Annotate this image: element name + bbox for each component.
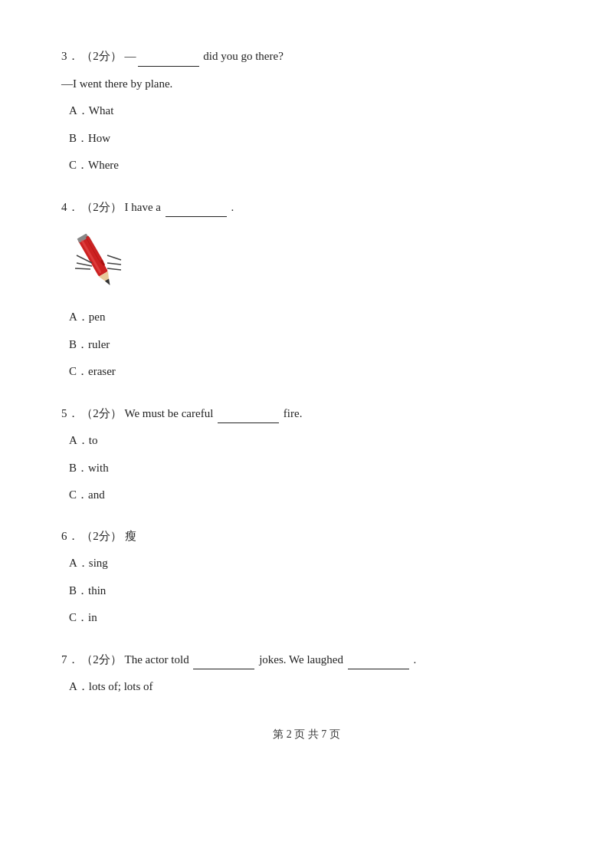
question-4: 4． （2分） I have a . — [61, 197, 552, 382]
q4-blank — [166, 197, 227, 218]
q4-option-b: B．ruler — [61, 335, 552, 355]
q7-question-text: 7． （2分） The actor told jokes. We laughed… — [61, 649, 552, 670]
q3-sub-text: —I went there by plane. — [61, 74, 552, 94]
q7-option-a: A．lots of; lots of — [61, 677, 552, 697]
q3-text-before: — — [125, 50, 136, 62]
q6-option-b: B．thin — [61, 581, 552, 601]
q7-text-end: . — [413, 653, 416, 666]
q3-number: 3． — [61, 50, 79, 62]
q6-number: 6． — [61, 530, 79, 542]
q5-text-after: fire. — [284, 407, 303, 419]
question-7: 7． （2分） The actor told jokes. We laughed… — [61, 649, 552, 697]
q4-number: 4． — [61, 201, 79, 213]
q3-option-b: B．How — [61, 129, 552, 149]
q6-option-a: A．sing — [61, 554, 552, 574]
q4-text-before: I have a — [125, 201, 161, 213]
q6-option-c: C．in — [61, 608, 552, 628]
q3-option-a: A．What — [61, 101, 552, 121]
q4-points: （2分） — [81, 201, 122, 213]
footer-text: 第 2 页 共 7 页 — [273, 728, 340, 740]
q5-question-text: 5． （2分） We must be careful fire. — [61, 403, 552, 424]
q7-text-mid: jokes. We laughed — [259, 653, 343, 666]
svg-line-12 — [107, 268, 121, 270]
q6-points: （2分） — [81, 530, 122, 542]
q5-blank — [218, 403, 279, 424]
q7-text-before: The actor told — [125, 653, 189, 666]
q7-number: 7． — [61, 653, 79, 666]
svg-line-11 — [75, 268, 90, 269]
q5-option-b: B．with — [61, 459, 552, 478]
q4-question-text: 4． （2分） I have a . — [61, 197, 552, 218]
q7-points: （2分） — [81, 653, 122, 666]
question-3: 3． （2分） — did you go there? —I went ther… — [61, 46, 552, 176]
q6-question-text: 6． （2分） 瘦 — [61, 527, 552, 547]
q7-blank1 — [193, 649, 254, 670]
q7-blank2 — [348, 649, 409, 670]
q5-points: （2分） — [81, 407, 122, 419]
q3-option-c: C．Where — [61, 156, 552, 176]
svg-line-9 — [107, 255, 121, 260]
q5-number: 5． — [61, 407, 79, 419]
q3-question-text: 3． （2分） — did you go there? — [61, 46, 552, 67]
q4-image-area — [69, 226, 552, 298]
q3-text-after: did you go there? — [203, 50, 284, 62]
svg-line-10 — [107, 263, 121, 265]
q4-text-after: . — [231, 201, 234, 213]
q3-points: （2分） — [81, 50, 122, 62]
question-5: 5． （2分） We must be careful fire. A．to B．… — [61, 403, 552, 505]
q4-option-c: C．eraser — [61, 362, 552, 382]
page-content: 3． （2分） — did you go there? —I went ther… — [0, 0, 613, 803]
q5-option-a: A．to — [61, 431, 552, 451]
pen-icon — [69, 226, 123, 295]
q3-blank — [138, 46, 199, 67]
svg-line-8 — [77, 263, 92, 266]
q4-option-a: A．pen — [61, 307, 552, 327]
q6-chinese-word: 瘦 — [125, 530, 136, 542]
question-6: 6． （2分） 瘦 A．sing B．thin C．in — [61, 527, 552, 628]
q5-option-c: C．and — [61, 485, 552, 505]
q5-text-before: We must be careful — [125, 407, 214, 419]
page-footer: 第 2 页 共 7 页 — [61, 728, 552, 757]
